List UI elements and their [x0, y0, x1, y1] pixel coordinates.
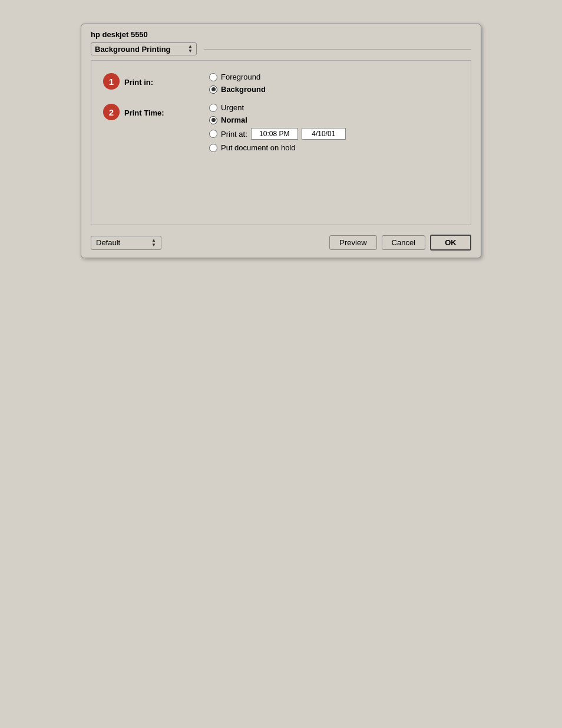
print-at-label: Print at:: [221, 130, 247, 139]
step2-badge: 2: [103, 104, 120, 120]
print-in-label: Print in:: [124, 76, 177, 87]
footer-left: Default ▲▼: [91, 236, 325, 250]
hold-option[interactable]: Put document on hold: [209, 143, 346, 152]
default-dropdown[interactable]: Default ▲▼: [91, 236, 161, 250]
normal-option[interactable]: Normal: [209, 116, 346, 124]
footer-row: Default ▲▼ Preview Cancel OK: [81, 230, 481, 258]
dropdown-arrows-icon: ▲▼: [188, 44, 193, 54]
background-radio[interactable]: [209, 85, 217, 94]
printer-name: hp deskjet 5550: [81, 24, 481, 42]
print-time-label: Print Time:: [124, 107, 177, 117]
urgent-radio[interactable]: [209, 104, 217, 112]
ok-button[interactable]: OK: [430, 235, 471, 251]
time-input[interactable]: [251, 128, 298, 140]
foreground-option[interactable]: Foreground: [209, 73, 266, 81]
default-label: Default: [96, 238, 120, 247]
print-at-option[interactable]: Print at:: [209, 128, 346, 140]
step1-badge: 1: [103, 73, 120, 90]
step1-left: 1 Print in:: [103, 73, 209, 90]
print-dialog: hp deskjet 5550 Background Printing ▲▼ 1…: [81, 24, 481, 258]
print-time-options: Urgent Normal Print at: Put docume: [209, 103, 346, 152]
normal-radio[interactable]: [209, 116, 217, 124]
urgent-option[interactable]: Urgent: [209, 103, 346, 112]
urgent-label: Urgent: [221, 103, 244, 112]
footer-buttons: Preview Cancel OK: [329, 235, 471, 251]
print-at-radio[interactable]: [209, 130, 217, 138]
hold-radio[interactable]: [209, 144, 217, 152]
background-label: Background: [221, 85, 266, 94]
print-in-options: Foreground Background: [209, 73, 266, 94]
print-in-section: 1 Print in: Foreground Background: [103, 73, 459, 94]
foreground-radio[interactable]: [209, 73, 217, 81]
default-dropdown-arrows-icon: ▲▼: [151, 238, 156, 248]
preview-button[interactable]: Preview: [329, 235, 376, 250]
content-area: 1 Print in: Foreground Background 2 Prin…: [91, 60, 471, 225]
toolbar-divider: [204, 49, 471, 50]
normal-label: Normal: [221, 116, 247, 124]
date-input[interactable]: [302, 128, 346, 140]
toolbar-row: Background Printing ▲▼: [81, 42, 481, 55]
background-printing-dropdown[interactable]: Background Printing ▲▼: [91, 42, 197, 55]
print-time-section: 2 Print Time: Urgent Normal Print at:: [103, 103, 459, 152]
hold-label: Put document on hold: [221, 143, 295, 152]
cancel-button[interactable]: Cancel: [382, 235, 425, 250]
background-option[interactable]: Background: [209, 85, 266, 94]
step2-left: 2 Print Time:: [103, 103, 209, 120]
foreground-label: Foreground: [221, 73, 260, 81]
dropdown-label: Background Printing: [95, 45, 171, 54]
